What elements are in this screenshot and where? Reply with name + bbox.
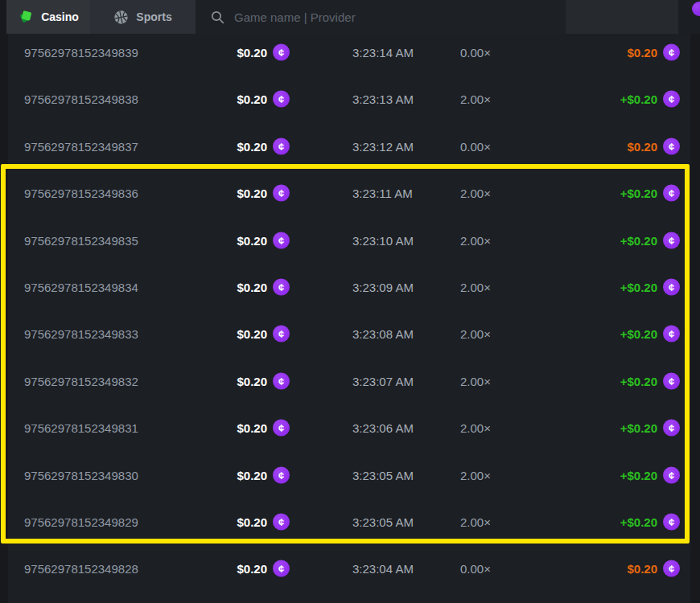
bet-amount: $0.20 ¢ (8, 560, 290, 576)
coin-icon: ¢ (273, 90, 290, 107)
bet-multiplier: 2.00× (460, 326, 491, 340)
bet-time: 3:23:11 AM (352, 186, 413, 199)
bet-amount-value: $0.20 (237, 186, 267, 199)
bet-amount: $0.20 ¢ (8, 325, 290, 342)
bet-amount-value: $0.20 (237, 561, 267, 575)
bet-payout: +$0.20 ¢ (620, 513, 680, 530)
bet-row[interactable]: 97562978152349839 $0.20 ¢ 3:23:14 AM 0.0… (8, 34, 690, 76)
bet-amount: $0.20 ¢ (8, 184, 290, 201)
bet-time: 3:23:06 AM (352, 420, 414, 434)
coin-icon: ¢ (663, 43, 680, 60)
navbar-right (678, 0, 700, 34)
bet-time: 3:23:10 AM (352, 233, 414, 247)
bet-amount-value: $0.20 (237, 45, 267, 59)
bet-row[interactable]: 97562978152349837 $0.20 ¢ 3:23:12 AM 0.0… (8, 122, 690, 170)
bet-payout-value: $0.20 (627, 561, 657, 575)
coin-icon: ¢ (273, 184, 290, 201)
bet-row[interactable]: 97562978152349838 $0.20 ¢ 3:23:13 AM 2.0… (8, 75, 690, 122)
bet-multiplier: 2.00× (460, 468, 491, 482)
bet-row[interactable]: 97562978152349830 $0.20 ¢ 3:23:05 AM 2.0… (8, 451, 690, 498)
bet-amount: $0.20 ¢ (8, 232, 290, 248)
bet-time: 3:23:13 AM (352, 92, 414, 105)
coin-icon: ¢ (273, 137, 290, 154)
bet-row[interactable]: 97562978152349833 $0.20 ¢ 3:23:08 AM 2.0… (8, 310, 690, 357)
coin-icon: ¢ (273, 372, 290, 389)
bet-amount-value: $0.20 (237, 374, 267, 388)
coin-icon: ¢ (663, 372, 680, 389)
bet-payout-value: $0.20 (627, 45, 657, 59)
bet-multiplier: 0.00× (460, 45, 491, 59)
bet-payout: +$0.20 ¢ (620, 90, 680, 107)
bet-payout-value: $0.20 (627, 139, 657, 153)
bet-row[interactable]: 97562978152349829 $0.20 ¢ 3:23:05 AM 2.0… (8, 498, 690, 545)
coin-icon: ¢ (273, 325, 290, 342)
bet-payout: $0.20 ¢ (627, 137, 680, 154)
coin-icon: ¢ (273, 466, 290, 483)
bet-row[interactable]: 97562978152349835 $0.20 ¢ 3:23:10 AM 2.0… (8, 216, 690, 264)
coin-icon: ¢ (273, 43, 290, 60)
tab-sports-label: Sports (136, 10, 171, 23)
bet-payout-value: +$0.20 (620, 326, 657, 340)
bet-payout: +$0.20 ¢ (620, 419, 680, 436)
coin-icon: ¢ (663, 325, 680, 342)
bet-amount: $0.20 ¢ (8, 466, 290, 483)
bet-payout: +$0.20 ¢ (620, 466, 680, 483)
coin-icon: ¢ (663, 184, 680, 201)
bet-multiplier: 2.00× (460, 374, 491, 388)
bet-multiplier: 0.00× (460, 561, 491, 575)
search-bar (196, 0, 566, 34)
bet-multiplier: 2.00× (460, 280, 491, 293)
bet-payout: +$0.20 ¢ (620, 325, 680, 342)
bet-time: 3:23:07 AM (352, 374, 414, 388)
bet-time: 3:23:04 AM (352, 561, 414, 575)
tab-casino[interactable]: Casino (6, 0, 90, 34)
bet-amount-value: $0.20 (237, 468, 267, 482)
bet-amount: $0.20 ¢ (8, 513, 290, 530)
bet-row[interactable]: 97562978152349836 $0.20 ¢ 3:23:11 AM 2.0… (8, 169, 690, 216)
tab-casino-label: Casino (41, 10, 79, 23)
coin-icon: ¢ (273, 419, 290, 436)
bet-amount-value: $0.20 (237, 515, 267, 528)
bet-time: 3:23:08 AM (352, 326, 414, 340)
bet-time: 3:23:12 AM (352, 139, 414, 153)
coin-icon: ¢ (273, 232, 290, 248)
bet-payout: +$0.20 ¢ (620, 278, 680, 295)
bet-amount-value: $0.20 (237, 233, 267, 247)
bet-row[interactable]: 97562978152349832 $0.20 ¢ 3:23:07 AM 2.0… (8, 357, 690, 404)
bet-multiplier: 2.00× (460, 420, 491, 434)
coin-icon: ¢ (663, 232, 680, 248)
bet-payout: $0.20 ¢ (627, 43, 680, 60)
bet-multiplier: 2.00× (460, 233, 491, 247)
bet-amount-value: $0.20 (237, 280, 267, 293)
bet-time: 3:23:05 AM (352, 515, 414, 528)
bet-multiplier: 2.00× (460, 186, 491, 199)
search-input[interactable] (233, 10, 566, 25)
bet-payout-value: +$0.20 (620, 186, 657, 199)
tab-sports[interactable]: Sports (90, 0, 196, 34)
coin-icon: ¢ (663, 278, 680, 295)
bet-amount-value: $0.20 (237, 420, 267, 434)
bet-amount-value: $0.20 (237, 326, 267, 340)
bet-multiplier: 2.00× (460, 515, 491, 528)
bet-payout-value: +$0.20 (620, 280, 657, 293)
top-navbar: Casino Sports (0, 0, 700, 34)
bet-payout-value: +$0.20 (620, 515, 657, 528)
coin-icon: ¢ (663, 466, 680, 483)
bet-amount: $0.20 ¢ (8, 43, 290, 60)
bet-amount: $0.20 ¢ (8, 90, 290, 107)
coin-icon[interactable] (692, 2, 700, 16)
bet-payout-value: +$0.20 (620, 233, 657, 247)
bet-payout: $0.20 ¢ (627, 560, 680, 576)
search-icon (211, 10, 224, 24)
bet-row[interactable]: 97562978152349834 $0.20 ¢ 3:23:09 AM 2.0… (8, 263, 690, 310)
bet-row[interactable]: 97562978152349831 $0.20 ¢ 3:23:06 AM 2.0… (8, 404, 690, 451)
casino-logo-icon (18, 9, 34, 25)
bet-payout-value: +$0.20 (620, 468, 657, 482)
bet-amount: $0.20 ¢ (8, 419, 290, 436)
bet-amount-value: $0.20 (237, 139, 267, 153)
bet-amount-value: $0.20 (237, 92, 267, 105)
bet-row[interactable]: 97562978152349828 $0.20 ¢ 3:23:04 AM 0.0… (8, 544, 690, 592)
coin-icon: ¢ (663, 513, 680, 530)
bet-payout-value: +$0.20 (620, 374, 657, 388)
bet-amount: $0.20 ¢ (8, 372, 290, 389)
